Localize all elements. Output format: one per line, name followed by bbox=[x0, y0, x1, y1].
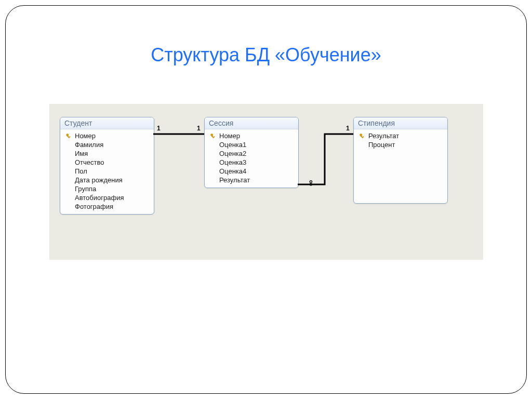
field-name: Дата рождения bbox=[73, 176, 123, 184]
primary-key-icon bbox=[64, 133, 73, 139]
field-row[interactable]: Оценка4 bbox=[205, 167, 298, 176]
field-row[interactable]: Отчество bbox=[60, 158, 154, 167]
field-row[interactable]: Пол bbox=[60, 167, 154, 176]
field-row[interactable]: Фамилия bbox=[60, 140, 154, 149]
entity-student-fields: Номер Фамилия Имя Отчество Пол Дата рожд… bbox=[60, 129, 154, 214]
cardinality-label: 1 bbox=[346, 125, 350, 132]
er-diagram-panel: Студент Номер Фамилия Имя Отчество Пол Д… bbox=[49, 104, 483, 260]
field-name: Отчество bbox=[73, 158, 104, 166]
field-row[interactable]: Номер bbox=[60, 131, 154, 140]
field-row[interactable]: Имя bbox=[60, 149, 154, 158]
field-row[interactable]: Результат bbox=[205, 176, 298, 184]
entity-stipend-title: Стипендия bbox=[354, 117, 447, 129]
svg-rect-8 bbox=[363, 136, 364, 137]
field-row[interactable]: Оценка2 bbox=[205, 149, 298, 158]
field-name: Группа bbox=[73, 185, 96, 193]
field-row[interactable]: Номер bbox=[205, 131, 298, 140]
field-name: Пол bbox=[73, 167, 87, 175]
field-name: Автобиография bbox=[73, 194, 124, 202]
field-name: Фамилия bbox=[73, 141, 103, 149]
field-row[interactable]: Дата рождения bbox=[60, 176, 154, 184]
field-row[interactable]: Фотография bbox=[60, 202, 154, 211]
entity-stipend[interactable]: Стипендия Результат Процент bbox=[353, 117, 448, 204]
field-row[interactable]: Процент bbox=[354, 140, 447, 149]
field-name: Номер bbox=[73, 132, 96, 140]
cardinality-label: 1 bbox=[157, 125, 161, 132]
cardinality-label: ∞ bbox=[306, 180, 315, 186]
field-name: Результат bbox=[217, 176, 250, 184]
field-name: Номер bbox=[217, 132, 240, 140]
entity-session[interactable]: Сессия Номер Оценка1 Оценка2 Оценка3 Оце… bbox=[204, 117, 299, 188]
field-name: Фотография bbox=[73, 203, 113, 210]
svg-point-3 bbox=[211, 134, 214, 136]
field-name: Результат bbox=[366, 132, 399, 140]
entity-stipend-fields: Результат Процент bbox=[354, 129, 447, 152]
entity-session-fields: Номер Оценка1 Оценка2 Оценка3 Оценка4 Ре… bbox=[205, 129, 298, 188]
svg-rect-2 bbox=[69, 136, 70, 137]
entity-student-title: Студент bbox=[60, 117, 154, 129]
field-name: Оценка2 bbox=[217, 150, 246, 157]
field-row[interactable]: Оценка1 bbox=[205, 140, 298, 149]
field-row[interactable]: Группа bbox=[60, 184, 154, 193]
entity-session-title: Сессия bbox=[205, 117, 298, 129]
cardinality-label: 1 bbox=[197, 125, 201, 132]
primary-key-icon bbox=[209, 133, 217, 139]
field-name: Процент bbox=[366, 141, 395, 149]
field-row[interactable]: Автобиография bbox=[60, 193, 154, 202]
field-name: Имя bbox=[73, 150, 88, 157]
field-name: Оценка1 bbox=[217, 141, 246, 149]
svg-point-0 bbox=[66, 134, 69, 136]
page-title: Структура БД «Обучение» bbox=[0, 44, 532, 66]
field-row[interactable]: Оценка3 bbox=[205, 158, 298, 167]
field-name: Оценка3 bbox=[217, 158, 246, 166]
entity-student[interactable]: Студент Номер Фамилия Имя Отчество Пол Д… bbox=[60, 117, 154, 215]
field-name: Оценка4 bbox=[217, 167, 246, 175]
primary-key-icon bbox=[358, 133, 366, 139]
svg-point-6 bbox=[360, 134, 363, 136]
field-row[interactable]: Результат bbox=[354, 131, 447, 140]
svg-rect-5 bbox=[214, 136, 215, 137]
